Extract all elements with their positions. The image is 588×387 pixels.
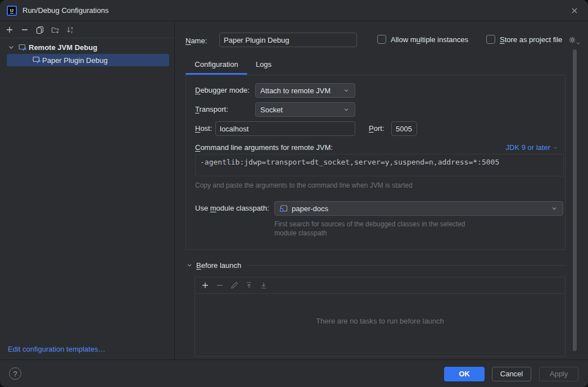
tasks-toolbar — [195, 277, 565, 294]
help-button[interactable]: ? — [9, 367, 21, 380]
tree-group-remote-jvm-debug[interactable]: Remote JVM Debug — [0, 41, 174, 53]
sort-configurations-button[interactable]: az — [64, 24, 76, 36]
store-as-project-file-label: Store as project file — [500, 35, 562, 44]
module-classpath-hint-line1: First search for sources of the debugged… — [274, 220, 465, 228]
tab-configuration[interactable]: Configuration — [186, 56, 247, 75]
host-label: Host: — [195, 124, 212, 133]
tab-logs[interactable]: Logs — [247, 56, 280, 75]
chevron-down-icon — [576, 38, 580, 47]
debugger-mode-select[interactable]: Attach to remote JVM — [255, 83, 355, 98]
copy-icon — [35, 25, 44, 34]
gear-icon — [568, 35, 577, 44]
sort-alphabetically-icon: az — [66, 25, 75, 34]
jdk-version-selector[interactable]: JDK 9 or later — [506, 143, 558, 152]
configuration-form: Debugger mode: Attach to remote JVM Tran… — [186, 75, 566, 250]
remote-jvm-debug-icon — [32, 55, 41, 66]
before-launch-label: Before launch — [196, 261, 241, 270]
name-input[interactable] — [219, 33, 357, 47]
port-label: Port: — [369, 124, 384, 133]
add-task-button[interactable] — [199, 280, 211, 292]
new-folder-icon — [51, 25, 60, 34]
chevron-down-icon[interactable] — [7, 43, 16, 52]
ok-button[interactable]: OK — [444, 367, 485, 381]
copy-configuration-button[interactable] — [34, 24, 46, 36]
allow-multiple-instances-label: Allow multiple instances — [391, 35, 468, 44]
transport-value: Socket — [260, 106, 342, 114]
add-configuration-button[interactable] — [3, 24, 15, 36]
use-module-classpath-label: Use module classpath: — [195, 204, 269, 212]
edit-configuration-templates-link[interactable]: Edit configuration templates… — [8, 345, 105, 353]
port-input[interactable] — [391, 121, 417, 136]
remove-configuration-button[interactable] — [19, 24, 30, 36]
store-as-project-file-checkbox[interactable]: Store as project file — [486, 35, 562, 44]
chevron-down-icon — [342, 86, 350, 94]
chevron-down-icon — [186, 261, 193, 269]
debugger-mode-label: Debugger mode: — [195, 86, 250, 94]
edit-task-button[interactable] — [228, 280, 240, 292]
before-launch-section-header[interactable]: Before launch — [186, 261, 566, 270]
command-line-hint: Copy and paste the arguments to the comm… — [195, 181, 413, 189]
name-label: Name: — [186, 37, 207, 45]
store-options-button[interactable] — [568, 35, 579, 45]
add-icon — [5, 25, 14, 34]
command-line-arguments-field[interactable]: -agentlib:jdwp=transport=dt_socket,serve… — [195, 154, 564, 176]
module-icon — [279, 204, 288, 213]
run-debug-configurations-dialog: IJ Run/Debug Configurations az — [0, 0, 588, 387]
tree-item-label: Paper Plugin Debug — [42, 56, 107, 65]
remote-jvm-debug-icon — [18, 43, 27, 52]
module-classpath-value: paper-docs — [292, 204, 547, 213]
chevron-down-icon — [553, 145, 558, 151]
command-line-arguments-label: Command line arguments for remote JVM: — [195, 143, 333, 152]
remove-task-button[interactable] — [214, 280, 225, 292]
configuration-editor: Name: Allow multiple instances Store as … — [175, 21, 588, 359]
dialog-footer: ? OK Cancel Apply — [0, 359, 588, 387]
remove-icon — [20, 25, 29, 34]
chevron-down-icon — [550, 204, 558, 212]
allow-multiple-instances-checkbox[interactable]: Allow multiple instances — [377, 35, 468, 44]
tree-group-label: Remote JVM Debug — [29, 43, 97, 52]
move-task-up-button[interactable] — [243, 280, 255, 292]
jdk-version-value: JDK 9 or later — [506, 143, 550, 152]
vertical-scrollbar[interactable] — [573, 49, 577, 351]
chevron-down-icon — [342, 106, 350, 113]
no-tasks-message: There are no tasks to run before launch — [195, 317, 565, 325]
transport-select[interactable]: Socket — [255, 102, 355, 117]
svg-text:z: z — [71, 30, 73, 34]
intellij-logo-text: IJ — [10, 8, 13, 13]
checkbox-icon[interactable] — [377, 35, 386, 44]
debugger-mode-value: Attach to remote JVM — [260, 86, 342, 95]
module-classpath-hint-line2: module classpath — [274, 229, 327, 237]
close-icon — [571, 7, 578, 15]
move-up-icon — [245, 281, 254, 290]
move-task-down-button[interactable] — [257, 280, 269, 292]
transport-label: Transport: — [195, 105, 228, 113]
move-down-icon — [259, 281, 268, 290]
module-classpath-select[interactable]: paper-docs — [274, 201, 563, 216]
sidebar-toolbar: az — [0, 22, 174, 38]
help-question-icon: ? — [13, 370, 17, 378]
edit-pencil-icon — [230, 281, 239, 290]
configurations-sidebar: az Remote JVM Debug Paper Plugin Debug E… — [0, 22, 175, 359]
dialog-title: Run/Debug Configurations — [22, 0, 108, 21]
apply-button: Apply — [539, 367, 578, 381]
cancel-button[interactable]: Cancel — [492, 367, 531, 381]
remove-icon — [215, 281, 224, 290]
checkbox-icon[interactable] — [486, 35, 495, 44]
add-icon — [201, 281, 210, 290]
new-folder-button[interactable] — [49, 24, 61, 36]
close-button[interactable] — [568, 4, 581, 17]
host-input[interactable] — [215, 121, 355, 136]
section-divider — [247, 265, 566, 266]
titlebar: IJ Run/Debug Configurations — [0, 0, 588, 21]
intellij-logo-icon: IJ — [7, 6, 17, 16]
tree-item-paper-plugin-debug[interactable]: Paper Plugin Debug — [7, 54, 169, 66]
before-launch-tasks-panel: There are no tasks to run before launch — [195, 277, 566, 357]
